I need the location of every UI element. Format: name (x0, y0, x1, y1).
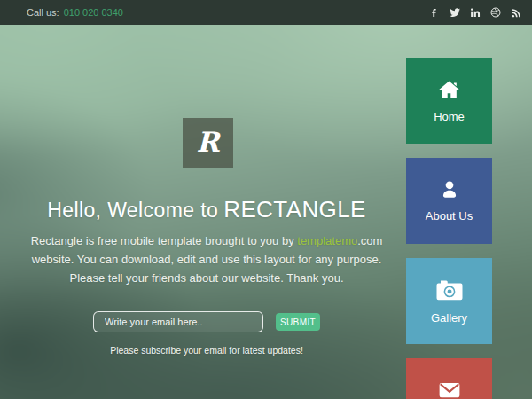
sidebar-item-label: About Us (426, 209, 473, 223)
site-logo: R (183, 118, 233, 168)
linkedin-icon[interactable] (470, 7, 481, 18)
envelope-icon (438, 379, 461, 399)
sidebar-item-label: Home (434, 110, 465, 124)
page-title: Hello, Welcome toRECTANGLE (12, 196, 402, 223)
phone-number-link[interactable]: 010 020 0340 (64, 7, 123, 18)
camera-icon (436, 277, 463, 303)
social-links (429, 7, 521, 18)
intro-paragraph: Rectangle is free mobile template brough… (18, 231, 395, 287)
user-icon (438, 178, 461, 201)
subscribe-note: Please subscribe your email for latest u… (12, 345, 402, 356)
dribbble-icon[interactable] (490, 7, 501, 18)
call-us-label: Call us: (27, 7, 59, 18)
rss-icon[interactable] (511, 7, 521, 18)
home-icon (437, 78, 461, 102)
sidebar-item-label: Gallery (431, 311, 467, 325)
facebook-icon[interactable] (429, 7, 440, 18)
title-prefix: Hello, Welcome to (47, 199, 218, 222)
twitter-icon[interactable] (450, 7, 460, 18)
submit-button[interactable]: SUBMIT (276, 313, 320, 331)
subscribe-form: SUBMIT (12, 311, 402, 332)
intro-text-before: Rectangle is free mobile template brough… (31, 234, 298, 247)
templatemo-link[interactable]: templatemo (297, 234, 357, 247)
brand-name: RECTANGLE (223, 196, 366, 223)
sidebar-item-gallery[interactable]: Gallery (406, 258, 492, 344)
page: Call us: 010 020 0340 R Hello, Welcome t… (0, 0, 532, 399)
logo-letter: R (197, 126, 220, 160)
email-input[interactable] (93, 311, 263, 332)
sidebar-item-home[interactable]: Home (406, 58, 492, 144)
sidebar-item-contact[interactable] (406, 358, 492, 399)
sidebar-item-about-us[interactable]: About Us (406, 158, 492, 244)
top-bar: Call us: 010 020 0340 (0, 0, 532, 25)
